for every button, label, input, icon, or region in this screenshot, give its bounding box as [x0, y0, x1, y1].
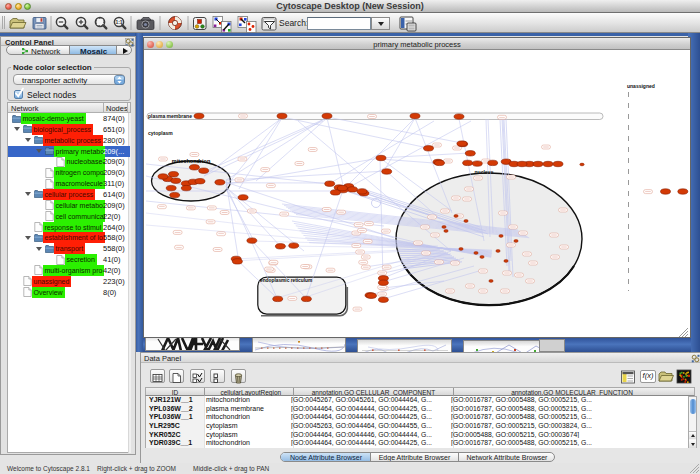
- svg-text:unassigned: unassigned: [627, 83, 655, 89]
- svg-text:nucleus: nucleus: [475, 169, 494, 175]
- svg-text:mitochondrion: mitochondrion: [172, 158, 211, 164]
- svg-text:cytoplasm: cytoplasm: [148, 130, 173, 136]
- svg-text:1:1: 1:1: [115, 19, 122, 25]
- svg-text:endoplasmic reticulum: endoplasmic reticulum: [260, 278, 312, 283]
- svg-text:plasma membrane: plasma membrane: [148, 113, 192, 119]
